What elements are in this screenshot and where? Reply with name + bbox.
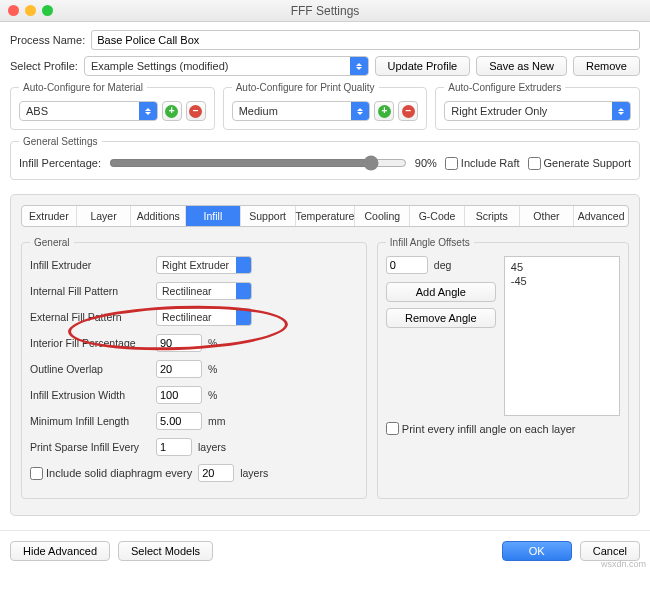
tab-cooling[interactable]: Cooling [355,206,410,226]
outline-overlap-input[interactable] [156,360,202,378]
infill-percentage-value: 90% [415,157,437,169]
tab-infill[interactable]: Infill [186,206,241,226]
chevron-updown-icon [236,309,251,325]
angle-listbox[interactable]: 45 -45 [504,256,620,416]
autoconf-quality-group: Auto-Configure for Print Quality Medium … [223,82,428,130]
infill-angle-legend: Infill Angle Offsets [386,237,474,248]
minus-icon: − [402,105,415,118]
chevron-updown-icon [350,57,368,75]
tab-scripts[interactable]: Scripts [465,206,520,226]
external-fill-select[interactable]: Rectilinear [156,308,252,326]
print-every-angle-checkbox[interactable]: Print every infill angle on each layer [386,422,576,435]
chevron-updown-icon [139,102,157,120]
autoconf-extruders-legend: Auto-Configure Extruders [444,82,565,93]
extruders-select[interactable]: Right Extruder Only [444,101,631,121]
dialog-footer: Hide Advanced Select Models OK Cancel [0,530,650,571]
ok-button[interactable]: OK [502,541,572,561]
update-profile-button[interactable]: Update Profile [375,56,471,76]
general-settings-legend: General Settings [19,136,102,147]
chevron-updown-icon [236,283,251,299]
plus-icon: + [378,105,391,118]
chevron-updown-icon [236,257,251,273]
chevron-updown-icon [351,102,369,120]
save-as-new-button[interactable]: Save as New [476,56,567,76]
interior-fill-pct-input[interactable] [156,334,202,352]
min-infill-length-label: Minimum Infill Length [30,415,150,427]
infill-extruder-label: Infill Extruder [30,259,150,271]
material-remove-button[interactable]: − [186,101,206,121]
autoconf-quality-legend: Auto-Configure for Print Quality [232,82,379,93]
cancel-button[interactable]: Cancel [580,541,640,561]
diaphragm-input[interactable] [198,464,234,482]
infill-angle-group: Infill Angle Offsets deg Add Angle Remov… [377,237,629,499]
select-profile-label: Select Profile: [10,60,78,72]
tab-temperature[interactable]: Temperature [296,206,356,226]
tab-bar: Extruder Layer Additions Infill Support … [21,205,629,227]
sparse-infill-input[interactable] [156,438,192,456]
add-angle-button[interactable]: Add Angle [386,282,496,302]
autoconf-material-legend: Auto-Configure for Material [19,82,147,93]
infill-extrusion-width-label: Infill Extrusion Width [30,389,150,401]
angle-list-item[interactable]: -45 [511,274,613,288]
tab-other[interactable]: Other [520,206,575,226]
external-fill-label: External Fill Pattern [30,311,150,323]
generate-support-checkbox[interactable]: Generate Support [528,157,631,170]
process-name-label: Process Name: [10,34,85,46]
tab-additions[interactable]: Additions [131,206,186,226]
autoconf-material-group: Auto-Configure for Material ABS + − [10,82,215,130]
titlebar: FFF Settings [0,0,650,22]
tab-extruder[interactable]: Extruder [22,206,77,226]
angle-list-item[interactable]: 45 [511,260,613,274]
infill-general-legend: General [30,237,74,248]
remove-profile-button[interactable]: Remove [573,56,640,76]
autoconf-extruders-group: Auto-Configure Extruders Right Extruder … [435,82,640,130]
settings-tab-panel: Extruder Layer Additions Infill Support … [10,194,640,516]
chevron-updown-icon [612,102,630,120]
general-settings-group: General Settings Infill Percentage: 90% … [10,136,640,180]
watermark: wsxdn.com [601,559,646,569]
quality-add-button[interactable]: + [374,101,394,121]
material-add-button[interactable]: + [162,101,182,121]
window-title: FFF Settings [0,4,650,18]
angle-input[interactable] [386,256,428,274]
material-select[interactable]: ABS [19,101,158,121]
infill-percentage-label: Infill Percentage: [19,157,101,169]
profile-select-value: Example Settings (modified) [91,60,229,72]
remove-angle-button[interactable]: Remove Angle [386,308,496,328]
internal-fill-select[interactable]: Rectilinear [156,282,252,300]
hide-advanced-button[interactable]: Hide Advanced [10,541,110,561]
tab-support[interactable]: Support [241,206,296,226]
tab-gcode[interactable]: G-Code [410,206,465,226]
tab-advanced[interactable]: Advanced [574,206,628,226]
profile-select[interactable]: Example Settings (modified) [84,56,369,76]
infill-percentage-slider[interactable] [109,155,407,171]
min-infill-length-input[interactable] [156,412,202,430]
outline-overlap-label: Outline Overlap [30,363,150,375]
tab-layer[interactable]: Layer [77,206,132,226]
sparse-infill-label: Print Sparse Infill Every [30,441,150,453]
diaphragm-checkbox[interactable]: Include solid diaphragm every [30,467,192,480]
infill-extruder-select[interactable]: Right Extruder [156,256,252,274]
include-raft-checkbox[interactable]: Include Raft [445,157,520,170]
infill-extrusion-width-input[interactable] [156,386,202,404]
internal-fill-label: Internal Fill Pattern [30,285,150,297]
minus-icon: − [189,105,202,118]
quality-select[interactable]: Medium [232,101,371,121]
process-name-input[interactable] [91,30,640,50]
interior-fill-pct-label: Interior Fill Percentage [30,337,150,349]
quality-remove-button[interactable]: − [398,101,418,121]
select-models-button[interactable]: Select Models [118,541,213,561]
infill-general-group: General Infill Extruder Right Extruder I… [21,237,367,499]
plus-icon: + [165,105,178,118]
